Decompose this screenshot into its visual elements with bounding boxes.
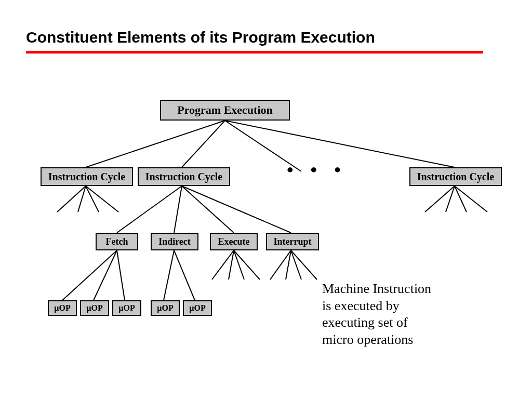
ellipsis: • • • — [287, 159, 347, 181]
title-underline — [26, 51, 483, 54]
node-interrupt: Interrupt — [266, 233, 319, 250]
node-uop-2: µOP — [80, 300, 109, 316]
svg-line-17 — [94, 250, 117, 300]
svg-line-9 — [174, 186, 182, 233]
node-uop-1: µOP — [48, 300, 77, 316]
svg-line-4 — [57, 186, 86, 212]
caption: Machine Instruction is executed by execu… — [322, 281, 478, 348]
svg-line-20 — [174, 250, 195, 300]
svg-line-13 — [446, 186, 455, 212]
svg-line-11 — [182, 186, 291, 233]
svg-line-25 — [270, 250, 291, 280]
node-uop-3: µOP — [112, 300, 141, 316]
node-execute: Execute — [210, 233, 258, 250]
svg-line-26 — [286, 250, 291, 280]
svg-line-28 — [291, 250, 317, 280]
caption-line-1: Machine Instruction — [322, 281, 478, 298]
svg-line-8 — [117, 186, 182, 233]
svg-line-10 — [182, 186, 234, 233]
node-instruction-cycle-1: Instruction Cycle — [41, 167, 133, 186]
node-program-execution: Program Execution — [160, 100, 290, 121]
svg-line-14 — [455, 186, 467, 212]
svg-line-18 — [117, 250, 125, 300]
svg-line-15 — [455, 186, 487, 212]
svg-line-6 — [86, 186, 99, 212]
svg-line-19 — [164, 250, 174, 300]
node-instruction-cycle-2: Instruction Cycle — [138, 167, 230, 186]
svg-line-7 — [86, 186, 118, 212]
caption-line-4: micro operations — [322, 331, 478, 349]
slide: Constituent Elements of its Program Exec… — [0, 0, 532, 399]
node-instruction-cycle-3: Instruction Cycle — [409, 167, 502, 186]
svg-line-27 — [291, 250, 301, 280]
svg-line-21 — [212, 250, 234, 280]
node-uop-4: µOP — [151, 300, 180, 316]
node-fetch: Fetch — [96, 233, 138, 250]
caption-line-3: executing set of — [322, 314, 478, 331]
svg-line-1 — [182, 121, 225, 167]
svg-line-23 — [234, 250, 244, 280]
svg-line-16 — [62, 250, 117, 300]
caption-line-2: is executed by — [322, 298, 478, 315]
node-uop-5: µOP — [183, 300, 212, 316]
node-indirect: Indirect — [151, 233, 198, 250]
svg-line-12 — [425, 186, 455, 212]
slide-title: Constituent Elements of its Program Exec… — [26, 29, 375, 46]
svg-line-24 — [234, 250, 260, 280]
svg-line-0 — [86, 121, 225, 167]
svg-line-22 — [229, 250, 234, 280]
svg-line-5 — [78, 186, 86, 212]
